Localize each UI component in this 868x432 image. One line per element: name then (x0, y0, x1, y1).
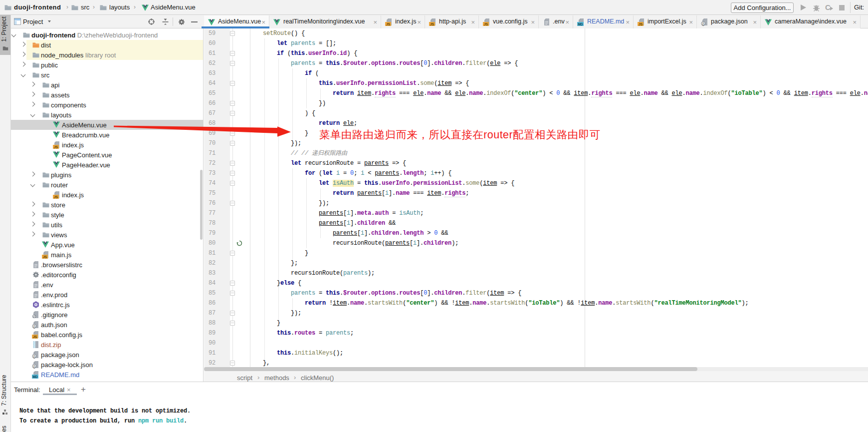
svg-text:{): {) (702, 22, 704, 26)
svg-text:{): {) (33, 325, 35, 329)
svg-text:JS: JS (54, 195, 58, 199)
svg-text:{): {) (33, 365, 35, 369)
svg-text:JS: JS (430, 22, 434, 26)
svg-text:MD: MD (578, 22, 583, 26)
svg-text:JS: JS (33, 335, 37, 339)
svg-text:MD: MD (32, 375, 37, 379)
svg-text:JS: JS (484, 22, 488, 26)
svg-text:JS: JS (386, 22, 391, 26)
svg-text:JS: JS (43, 255, 47, 259)
svg-text:JS: JS (639, 22, 643, 26)
svg-text:{): {) (33, 355, 35, 359)
svg-text:JS: JS (54, 145, 58, 149)
